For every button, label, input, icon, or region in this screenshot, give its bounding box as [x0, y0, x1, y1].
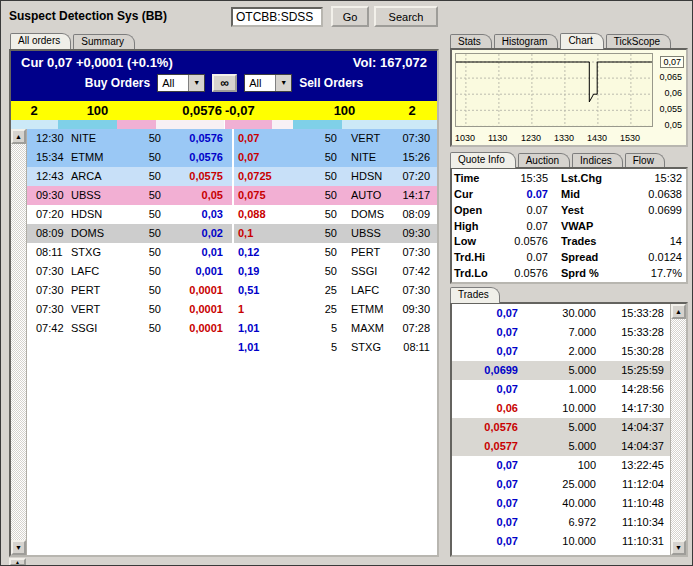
- trade-row: 0,06 10.000 14:17:30: [452, 399, 670, 418]
- sell-order-row[interactable]: 0,19 50 SSGI 07:42: [234, 262, 437, 281]
- ask-price: 1: [234, 300, 306, 319]
- sell-order-row[interactable]: 1,01 5 MAXM 07:28: [234, 319, 437, 338]
- order-time: 09:30: [27, 186, 71, 205]
- market-maker: DOMS: [71, 224, 123, 243]
- go-button[interactable]: Go: [331, 6, 369, 27]
- best-ask-size: 100: [302, 101, 387, 120]
- chart-tab[interactable]: Chart: [560, 33, 603, 49]
- ask-price: 0,1: [234, 224, 306, 243]
- order-time: 07:30: [27, 281, 71, 300]
- order-time: 07:30: [391, 129, 437, 148]
- sell-order-row[interactable]: 0,51 25 LAFC 07:30: [234, 281, 437, 300]
- scroll-up-button[interactable]: ▲: [671, 304, 686, 319]
- buy-order-row[interactable]: 12:30 NITE 50 0,0576: [27, 129, 232, 148]
- buy-filter-select[interactable]: All ▼: [157, 74, 205, 92]
- corner-scroll-button[interactable]: ▲: [9, 558, 26, 566]
- quote-label: Trd.Lo: [454, 267, 498, 279]
- link-buy-sell-button[interactable]: ∞: [212, 74, 237, 92]
- sell-order-row[interactable]: 0,07 50 NITE 15:26: [234, 148, 437, 167]
- search-button[interactable]: Search: [374, 6, 438, 27]
- market-maker: AUTO: [339, 186, 391, 205]
- buy-order-row[interactable]: 08:11 STXG 50 0,01: [27, 243, 232, 262]
- quote-label: Time: [454, 172, 498, 184]
- quote-label: Yest: [554, 204, 616, 216]
- scroll-up-button[interactable]: ▲: [11, 129, 26, 144]
- buy-order-row[interactable]: 07:30 LAFC 50 0,001: [27, 262, 232, 281]
- sell-order-row[interactable]: 0,088 50 DOMS 08:09: [234, 205, 437, 224]
- info-tab[interactable]: Indices: [572, 153, 623, 168]
- tab-trades[interactable]: Trades: [450, 287, 500, 303]
- buy-filter-value: All: [158, 75, 188, 91]
- scroll-track[interactable]: [11, 144, 26, 540]
- order-time: 08:09: [391, 205, 437, 224]
- info-tab[interactable]: Quote Info: [450, 152, 516, 168]
- order-book-scrollbar[interactable]: ▲ ▼: [11, 129, 27, 555]
- trade-row: 0,07 25.000 11:12:04: [452, 475, 670, 494]
- buy-order-row[interactable]: 09:30 UBSS 50 0,05: [27, 186, 232, 205]
- order-view-tab[interactable]: Summary: [73, 34, 135, 49]
- trade-time: 14:17:30: [602, 399, 670, 418]
- trade-size: 25.000: [524, 475, 602, 494]
- order-size: 50: [123, 262, 161, 281]
- sell-order-row[interactable]: 1 25 ETMM 09:30: [234, 300, 437, 319]
- x-tick-label: 1430: [587, 133, 607, 143]
- sell-order-row[interactable]: 0,12 50 PERT 07:30: [234, 243, 437, 262]
- y-tick-label: 0,07: [660, 56, 684, 68]
- chart-tab[interactable]: Stats: [450, 34, 492, 49]
- ticker-input[interactable]: [231, 7, 323, 27]
- sell-order-row[interactable]: 0,1 50 UBSS 09:30: [234, 224, 437, 243]
- sell-order-row[interactable]: 0,07 50 VERT 07:30: [234, 129, 437, 148]
- trade-size: 100: [524, 456, 602, 475]
- quote-value: 15:35: [498, 172, 554, 184]
- chevron-down-icon: ▼: [275, 75, 291, 91]
- sell-orders-label: Sell Orders: [299, 76, 363, 90]
- best-quote-bar: 2 100 0,0576 -0,07 100 2: [11, 101, 437, 120]
- trade-time: 15:33:28: [602, 304, 670, 323]
- chevron-down-icon: ▼: [188, 75, 204, 91]
- quote-value: 0.07: [498, 188, 554, 200]
- chart-tab[interactable]: Histogram: [494, 34, 559, 49]
- buy-order-row[interactable]: 15:34 ETMM 50 0,0576: [27, 148, 232, 167]
- market-maker: SSGI: [339, 262, 391, 281]
- trades-scrollbar[interactable]: ▲ ▼: [670, 304, 686, 555]
- order-time: 15:34: [27, 148, 71, 167]
- depth-gradient-bar: [11, 120, 437, 129]
- info-tabs: Quote InfoAuctionIndicesFlow: [450, 152, 665, 168]
- scroll-up-icon: ▲: [675, 308, 682, 315]
- buy-order-row[interactable]: 07:20 HDSN 50 0,03: [27, 205, 232, 224]
- trade-price: 0,06: [452, 399, 524, 418]
- quote-label: Lst.Chg: [554, 172, 616, 184]
- buy-order-row[interactable]: 07:30 PERT 50 0,0001: [27, 281, 232, 300]
- buy-order-row[interactable]: 08:09 DOMS 50 0,02: [27, 224, 232, 243]
- scroll-down-button[interactable]: ▼: [671, 540, 686, 555]
- y-tick-label: 0,065: [659, 72, 682, 82]
- scroll-down-button[interactable]: ▼: [11, 540, 26, 555]
- order-view-tab[interactable]: All orders: [10, 33, 71, 49]
- trade-size: 40.000: [524, 494, 602, 513]
- bid-price: 0,0001: [161, 319, 232, 338]
- order-time: 07:20: [391, 167, 437, 186]
- trade-time: 11:12:04: [602, 475, 670, 494]
- quote-info-row: Low 0.0576 Trades 14: [454, 233, 684, 249]
- sell-order-row[interactable]: 0,0725 50 HDSN 07:20: [234, 167, 437, 186]
- quote-value: 0.0576: [498, 235, 554, 247]
- sell-order-row[interactable]: 1,01 5 STXG 08:11: [234, 338, 437, 357]
- info-tab[interactable]: Flow: [625, 153, 665, 168]
- order-size: 50: [306, 186, 339, 205]
- chart-tab[interactable]: TickScope: [606, 34, 671, 49]
- trade-price: 0,07: [452, 475, 524, 494]
- trade-time: 14:04:37: [602, 437, 670, 456]
- buy-order-row[interactable]: 07:30 VERT 50 0,0001: [27, 300, 232, 319]
- buy-depth-bar: [11, 120, 224, 129]
- bid-price: 0,001: [161, 262, 232, 281]
- scroll-track[interactable]: [671, 319, 686, 540]
- trade-row: 0,07 10.000 11:10:31: [452, 532, 670, 551]
- trade-row: 0,07 100 13:22:45: [452, 456, 670, 475]
- sell-order-row[interactable]: 0,075 50 AUTO 14:17: [234, 186, 437, 205]
- buy-order-row[interactable]: 12:43 ARCA 50 0,0575: [27, 167, 232, 186]
- buy-order-row[interactable]: 07:42 SSGI 50 0,0001: [27, 319, 232, 338]
- quote-label: Trades: [554, 235, 616, 247]
- info-tab[interactable]: Auction: [518, 153, 570, 168]
- quote-value: 17.7%: [616, 267, 684, 279]
- sell-filter-select[interactable]: All ▼: [244, 74, 292, 92]
